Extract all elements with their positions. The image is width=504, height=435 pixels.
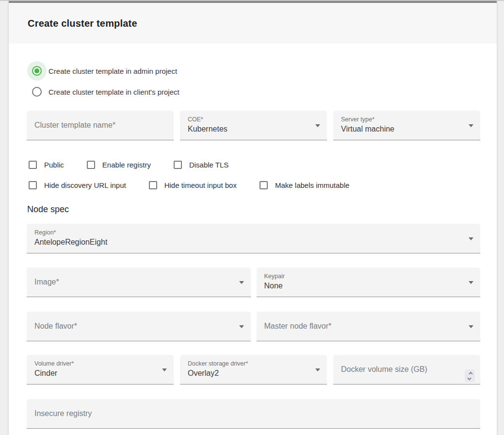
keypair-value: None xyxy=(264,282,283,290)
region-label: Region* xyxy=(34,229,56,236)
coe-select[interactable]: COE* Kubernetes xyxy=(180,111,327,140)
master-node-flavor-placeholder: Master node flavor* xyxy=(264,322,332,331)
panel-header: Create cluster template xyxy=(9,3,497,44)
chevron-down-icon xyxy=(469,325,473,328)
docker-storage-driver-value: Overlay2 xyxy=(188,369,219,378)
checkbox-icon xyxy=(87,161,95,169)
image-placeholder: Image* xyxy=(34,278,59,286)
options-checkbox-row-2: Hide discovery URL input Hide timeout in… xyxy=(29,181,480,189)
chevron-down-icon xyxy=(469,281,473,284)
chevron-down-icon xyxy=(315,124,320,127)
node-spec-heading: Node spec xyxy=(27,204,480,215)
region-row: Region* AntelopeRegionEight xyxy=(27,224,480,253)
coe-label: COE* xyxy=(188,116,203,123)
image-keypair-row: Image* Keypair None xyxy=(27,268,480,297)
region-value: AntelopeRegionEight xyxy=(34,238,107,247)
docker-volume-size-field xyxy=(333,355,480,385)
chevron-down-icon xyxy=(239,325,244,328)
radio-label: Create cluster template in client's proj… xyxy=(49,88,179,96)
radio-halo xyxy=(27,61,47,81)
node-flavor-select[interactable]: Node flavor* xyxy=(27,312,251,341)
page-title: Create cluster template xyxy=(28,18,137,29)
checkbox-make-labels-immutable[interactable]: Make labels immutable xyxy=(260,181,349,189)
insecure-registry-input[interactable] xyxy=(27,399,480,428)
checkbox-icon xyxy=(29,181,37,189)
coe-value: Kubernetes xyxy=(188,125,228,134)
create-cluster-template-panel: Create cluster template Create cluster t… xyxy=(9,1,497,435)
image-select[interactable]: Image* xyxy=(27,268,251,297)
number-stepper[interactable] xyxy=(465,369,475,382)
chevron-down-icon xyxy=(162,368,167,371)
docker-storage-driver-select[interactable]: Docker storage driver* Overlay2 xyxy=(180,355,327,385)
radio-label: Create cluster template in admin project xyxy=(49,67,177,75)
chevron-down-icon xyxy=(239,281,244,284)
chevron-down-icon xyxy=(469,237,473,240)
cluster-template-name-input[interactable] xyxy=(27,111,174,140)
radio-client-project[interactable]: Create cluster template in client's proj… xyxy=(27,82,480,101)
chevron-down-icon xyxy=(315,368,320,371)
volume-driver-select[interactable]: Volume driver* Cinder xyxy=(27,355,174,385)
insecure-registry-field xyxy=(27,399,480,429)
chevron-down-icon xyxy=(467,376,471,380)
chevron-down-icon xyxy=(469,124,473,127)
region-select[interactable]: Region* AntelopeRegionEight xyxy=(27,224,480,253)
checkbox-icon xyxy=(149,181,157,189)
server-type-value: Virtual machine xyxy=(341,125,394,134)
flavor-row: Node flavor* Master node flavor* xyxy=(27,312,480,341)
project-scope-radio-group: Create cluster template in admin project… xyxy=(27,61,480,101)
radio-halo xyxy=(27,82,47,101)
template-basics-row: COE* Kubernetes Server type* Virtual mac… xyxy=(27,111,480,140)
docker-volume-size-input[interactable] xyxy=(333,355,480,384)
insecure-registry-row xyxy=(27,399,480,429)
keypair-label: Keypair xyxy=(264,273,285,280)
radio-selected-icon xyxy=(32,66,42,76)
radio-unselected-icon xyxy=(32,87,42,97)
storage-row: Volume driver* Cinder Docker storage dri… xyxy=(27,355,480,385)
radio-admin-project[interactable]: Create cluster template in admin project xyxy=(27,61,480,81)
checkbox-icon xyxy=(260,181,268,189)
panel-body: Create cluster template in admin project… xyxy=(9,61,497,429)
checkbox-hide-discovery-url[interactable]: Hide discovery URL input xyxy=(29,181,126,189)
docker-storage-driver-label: Docker storage driver* xyxy=(188,360,248,367)
chevron-up-icon xyxy=(469,371,472,375)
checkbox-enable-registry[interactable]: Enable registry xyxy=(87,161,151,169)
cluster-template-name-field xyxy=(27,111,174,140)
options-checkbox-row-1: Public Enable registry Disable TLS xyxy=(29,161,480,169)
master-node-flavor-select[interactable]: Master node flavor* xyxy=(257,312,481,341)
keypair-select[interactable]: Keypair None xyxy=(257,268,481,297)
checkbox-hide-timeout-input[interactable]: Hide timeout input box xyxy=(149,181,237,189)
node-flavor-placeholder: Node flavor* xyxy=(34,322,77,331)
volume-driver-label: Volume driver* xyxy=(34,360,74,367)
checkbox-disable-tls[interactable]: Disable TLS xyxy=(174,161,228,169)
checkbox-public[interactable]: Public xyxy=(29,161,64,169)
server-type-label: Server type* xyxy=(341,116,374,123)
volume-driver-value: Cinder xyxy=(34,369,57,378)
server-type-select[interactable]: Server type* Virtual machine xyxy=(333,111,480,140)
checkbox-icon xyxy=(174,161,182,169)
checkbox-icon xyxy=(29,161,37,169)
